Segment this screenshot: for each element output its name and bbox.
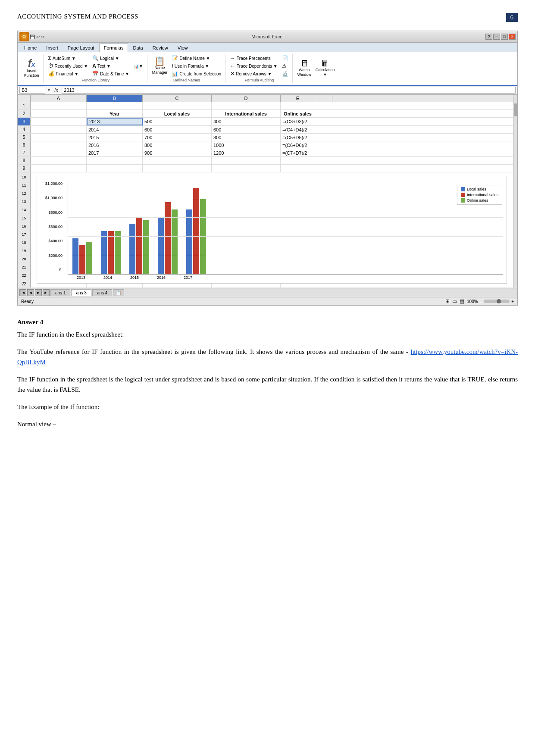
define-name-button[interactable]: 📝 Define Name ▼ [170, 55, 222, 62]
dropdown-arrow-cell[interactable]: ▼ [47, 88, 51, 92]
more-functions-button[interactable]: 📊▼ [132, 63, 144, 69]
cell-e7[interactable]: =(C7+D7)/2 [281, 149, 315, 156]
cell-d8[interactable] [212, 157, 281, 164]
cell-c5[interactable]: 700 [143, 134, 212, 141]
sheet-nav-first[interactable]: |◄ [19, 289, 26, 296]
sheet-nav-prev[interactable]: ◄ [27, 289, 34, 296]
cell-e6[interactable]: =(C6+D6)/2 [281, 141, 315, 149]
zoom-slider[interactable] [484, 300, 510, 303]
cell-e2[interactable]: Online sales [281, 110, 315, 117]
cell-b1[interactable] [87, 102, 143, 109]
watch-window-button[interactable]: 🖥 WatchWindow [296, 58, 313, 78]
col-header-a[interactable]: A [31, 95, 87, 102]
cell-a4[interactable] [31, 126, 87, 133]
tab-review[interactable]: Review [148, 44, 173, 52]
use-in-formula-button[interactable]: f Use in Formula ▼ [170, 62, 222, 69]
cell-a7[interactable] [31, 149, 87, 156]
logical-button[interactable]: 🔍 Logical ▼ [91, 55, 131, 62]
formula-input[interactable] [62, 87, 516, 94]
cell-d2[interactable]: International sales [212, 110, 281, 117]
cell-c4[interactable]: 600 [143, 126, 212, 133]
create-from-selection-button[interactable]: 📊 Create from Selection [170, 70, 222, 77]
cell-b6[interactable]: 2016 [87, 141, 143, 149]
date-time-button[interactable]: 📅 Date & Time ▼ [91, 70, 131, 77]
text-button[interactable]: A Text ▼ [91, 62, 131, 69]
tab-home[interactable]: Home [19, 44, 41, 52]
sheet-nav-next[interactable]: ► [35, 289, 42, 296]
cell-a8[interactable] [31, 157, 87, 164]
cell-a9[interactable] [31, 165, 87, 172]
cell-d4[interactable]: 600 [212, 126, 281, 133]
vertical-scrollbar[interactable] [513, 95, 517, 288]
remove-arrows-button[interactable]: ✕ Remove Arrows ▼ [229, 70, 279, 77]
view-normal-icon[interactable]: ⊞ [445, 298, 450, 304]
col-header-e[interactable]: E [281, 95, 315, 102]
show-formulas-button[interactable]: 📄 [281, 55, 290, 62]
cell-b3[interactable]: 2013 [87, 118, 143, 125]
trace-precedents-button[interactable]: → Trace Precedents [229, 55, 279, 62]
maximize-button[interactable]: □ [501, 34, 508, 40]
cell-c8[interactable] [143, 157, 212, 164]
cell-a1[interactable] [31, 102, 87, 109]
tab-formulas[interactable]: Formulas [99, 44, 128, 52]
recently-used-button[interactable]: ⏱ Recently Used ▼ [47, 62, 90, 69]
evaluate-formula-button[interactable]: 🔬 [281, 70, 290, 77]
cell-e9[interactable] [281, 165, 315, 172]
name-manager-button[interactable]: 📋 NameManager [151, 56, 169, 76]
sheet-tab-ans1[interactable]: ans 1 [50, 289, 70, 296]
cell-c1[interactable] [143, 102, 212, 109]
cell-d7[interactable]: 1200 [212, 149, 281, 156]
tab-insert[interactable]: Insert [41, 44, 63, 52]
cell-d1[interactable] [212, 102, 281, 109]
financial-button[interactable]: 💰 Financial ▼ [47, 70, 90, 77]
cell-c2[interactable]: Local sales [143, 110, 212, 117]
cell-c7[interactable]: 900 [143, 149, 212, 156]
cell-b9[interactable] [87, 165, 143, 172]
cell-d9[interactable] [212, 165, 281, 172]
view-page-icon[interactable]: ▭ [452, 298, 457, 304]
trace-dependents-button[interactable]: ← Trace Dependents ▼ [229, 62, 279, 69]
zoom-out-button[interactable]: – [480, 299, 482, 304]
col-header-d[interactable]: D [212, 95, 281, 102]
cell-a5[interactable] [31, 134, 87, 141]
cell-d5[interactable]: 800 [212, 134, 281, 141]
cell-e4[interactable]: =(C4+D4)/2 [281, 126, 315, 133]
cell-b2[interactable]: Year [87, 110, 143, 117]
cell-e1[interactable] [281, 102, 315, 109]
sheet-nav-last[interactable]: ►| [43, 289, 50, 296]
cell-c6[interactable]: 800 [143, 141, 212, 149]
cell-a2[interactable] [31, 110, 87, 117]
cell-b4[interactable]: 2014 [87, 126, 143, 133]
sheet-tab-ans4[interactable]: ans 4 [92, 289, 112, 296]
cell-a6[interactable] [31, 141, 87, 149]
cell-e3[interactable]: =(C3+D3)/2 [281, 118, 315, 125]
cell-e5[interactable]: =(C5+D5)/2 [281, 134, 315, 141]
cell-c3[interactable]: 500 [143, 118, 212, 125]
cell-b8[interactable] [87, 157, 143, 164]
scroll-thumb[interactable] [514, 103, 517, 116]
calculation-options-button[interactable]: 🖩 Calculation▼ [314, 58, 336, 78]
insert-function-button[interactable]: fx InsertFunction [23, 57, 41, 79]
office-button[interactable]: O [19, 32, 29, 41]
close-button[interactable]: ✕ [509, 34, 516, 40]
cell-reference-box[interactable] [19, 87, 45, 94]
help-button[interactable]: ? [485, 34, 492, 40]
tab-view[interactable]: View [173, 44, 193, 52]
col-header-b[interactable]: B [87, 95, 143, 102]
sheet-tab-new[interactable]: 📋 [113, 289, 124, 296]
minimize-button[interactable]: – [493, 34, 500, 40]
cell-a3[interactable] [31, 118, 87, 125]
zoom-in-button[interactable]: + [511, 299, 514, 304]
cell-c9[interactable] [143, 165, 212, 172]
autosum-button[interactable]: Σ AutoSum ▼ [47, 55, 90, 62]
error-checking-button[interactable]: ⚠ [281, 62, 290, 69]
cell-b7[interactable]: 2017 [87, 149, 143, 156]
cell-d3[interactable]: 400 [212, 118, 281, 125]
tab-page-layout[interactable]: Page Layout [63, 44, 99, 52]
cell-b5[interactable]: 2015 [87, 134, 143, 141]
col-header-c[interactable]: C [143, 95, 212, 102]
view-preview-icon[interactable]: ▤ [460, 298, 464, 304]
sheet-tab-ans3[interactable]: ans 3 [71, 289, 91, 296]
cell-d6[interactable]: 1000 [212, 141, 281, 149]
tab-data[interactable]: Data [128, 44, 147, 52]
